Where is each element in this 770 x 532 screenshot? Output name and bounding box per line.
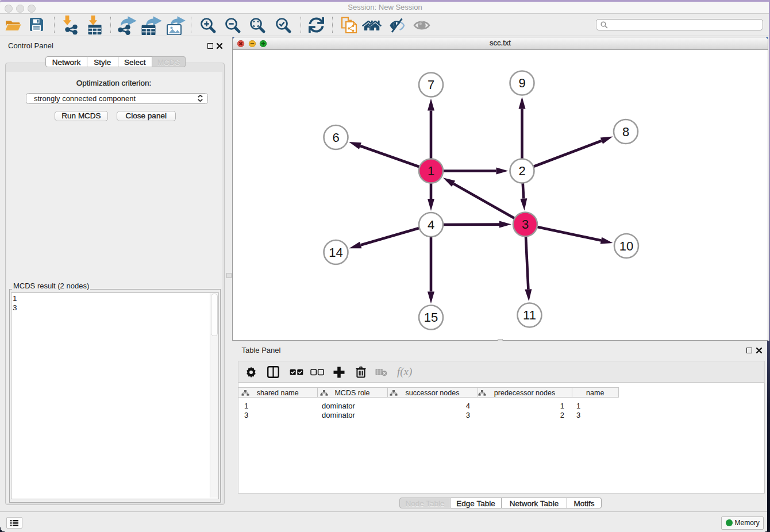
svg-text:8: 8 xyxy=(622,125,629,139)
svg-text:15: 15 xyxy=(424,310,438,325)
svg-text:2: 2 xyxy=(518,164,525,178)
svg-text:14: 14 xyxy=(329,245,342,260)
svg-text:9: 9 xyxy=(518,76,525,90)
svg-text:11: 11 xyxy=(523,308,536,322)
svg-text:10: 10 xyxy=(619,239,633,253)
svg-text:4: 4 xyxy=(428,218,434,232)
svg-text:1: 1 xyxy=(428,164,434,178)
svg-text:3: 3 xyxy=(522,217,529,232)
svg-text:6: 6 xyxy=(332,130,339,145)
svg-text:7: 7 xyxy=(428,78,434,92)
